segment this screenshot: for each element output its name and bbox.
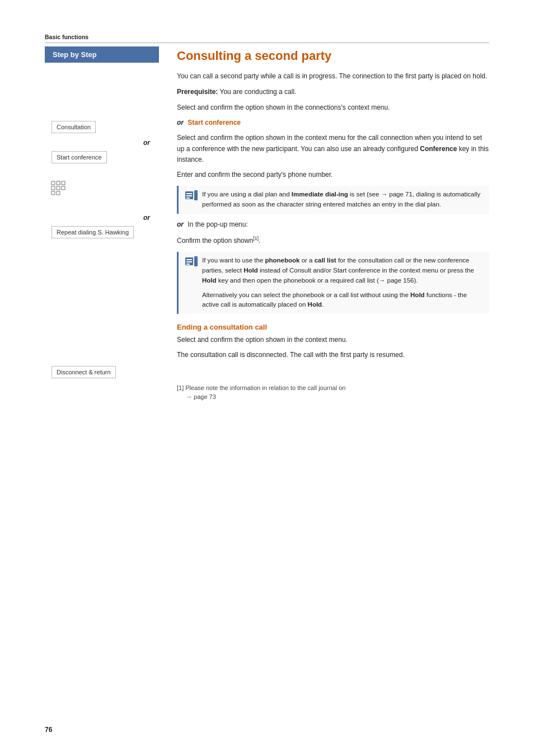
svg-rect-5 <box>62 186 65 190</box>
start-conference-label: Start conference <box>51 151 107 163</box>
svg-rect-1 <box>57 181 60 185</box>
svg-rect-14 <box>194 256 198 266</box>
page: Basic functions Step by Step Consultatio… <box>0 0 534 756</box>
right-column: Consulting a second party You can call a… <box>168 46 489 402</box>
or-popup-row: or In the pop-up menu: <box>177 219 489 230</box>
svg-rect-2 <box>62 181 65 185</box>
or-label-1: or <box>177 119 184 126</box>
svg-rect-16 <box>186 261 192 262</box>
svg-rect-12 <box>186 198 190 199</box>
prerequisite: Prerequisite: You are conducting a call. <box>177 87 489 97</box>
ending-body-2: The consultation call is disconnected. T… <box>177 350 489 360</box>
page-number: 76 <box>45 726 52 734</box>
step-by-step-header: Step by Step <box>45 46 159 63</box>
svg-rect-4 <box>57 186 60 190</box>
repeat-dialing-body: Confirm the option shown[1]. <box>177 234 489 246</box>
note-1-text: If you are using a dial plan and Immedia… <box>202 190 483 210</box>
or-label-2: or <box>177 220 184 228</box>
repeat-dialing-label: Repeat dialing S. Hawking <box>51 226 134 238</box>
start-conference-body: Select and confirm the option shown in t… <box>177 133 489 165</box>
svg-rect-0 <box>51 181 55 185</box>
ending-heading: Ending a consultation call <box>177 323 489 331</box>
note-2-text: If you want to use the phonebook or a ca… <box>202 256 483 310</box>
svg-rect-9 <box>194 190 198 200</box>
page-title: Consulting a second party <box>177 49 489 63</box>
svg-rect-7 <box>57 191 60 195</box>
left-column: Step by Step Consultation or Start confe… <box>45 46 168 402</box>
svg-rect-10 <box>186 193 192 194</box>
note-box-1: If you are using a dial plan and Immedia… <box>177 186 489 214</box>
dial-body: Enter and confirm the second party's pho… <box>177 170 489 180</box>
footnote: [1] Please note the information in relat… <box>177 383 489 402</box>
disconnect-label: Disconnect & return <box>51 366 116 378</box>
svg-rect-6 <box>51 191 55 195</box>
start-conference-link[interactable]: Start conference <box>188 119 241 126</box>
ending-body-1: Select and confirm the option shown in t… <box>177 335 489 345</box>
consultation-label: Consultation <box>51 121 96 133</box>
consultation-body: Select and confirm the option shown in t… <box>177 102 489 113</box>
svg-rect-15 <box>186 259 192 260</box>
intro-text: You can call a second party while a call… <box>177 71 489 81</box>
keypad-icon <box>50 180 66 196</box>
svg-rect-17 <box>186 264 190 265</box>
section-label: Basic functions <box>45 34 489 43</box>
svg-rect-11 <box>186 195 192 196</box>
or-row-2: or <box>45 210 159 224</box>
or-start-conf-row: or Start conference <box>177 118 489 128</box>
phone-grid-row <box>45 166 159 210</box>
note-icon-1 <box>185 190 198 204</box>
note-box-2: If you want to use the phonebook or a ca… <box>177 252 489 314</box>
svg-rect-3 <box>51 186 55 190</box>
note-icon-2 <box>185 256 198 270</box>
or-row-1: or <box>45 135 159 149</box>
